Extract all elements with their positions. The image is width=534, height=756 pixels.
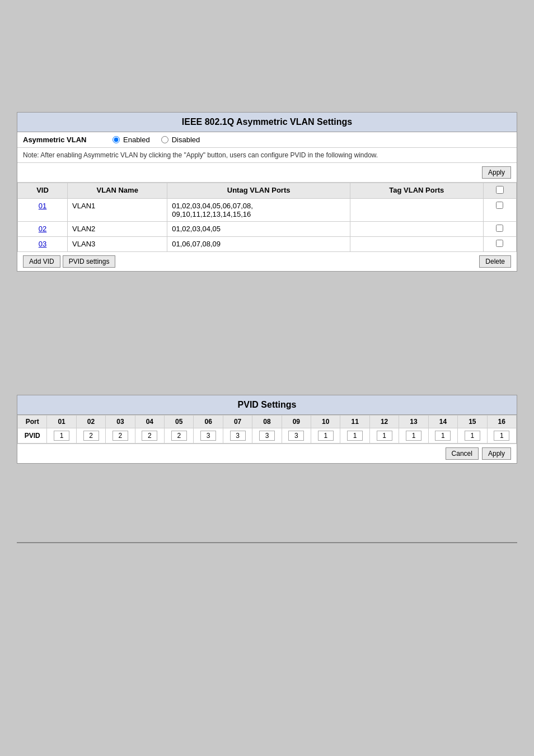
vlan-name-header: VLAN Name bbox=[68, 183, 167, 199]
pvid-values-row: PVID bbox=[18, 428, 517, 444]
pvid-value-cell-15[interactable] bbox=[458, 428, 487, 444]
pvid-input-16[interactable] bbox=[494, 431, 509, 441]
ieee-apply-button[interactable]: Apply bbox=[482, 166, 511, 179]
untag-ports-cell: 01,06,07,08,09 bbox=[167, 237, 350, 252]
vid-cell: 02 bbox=[18, 222, 68, 237]
select-all-checkbox[interactable] bbox=[496, 186, 504, 194]
row-checkbox-cell[interactable] bbox=[483, 222, 516, 237]
vlan-bottom-buttons-row: Add VID PVID settings Delete bbox=[17, 252, 517, 271]
port-header-11: 11 bbox=[340, 416, 369, 428]
pvid-actions-row: Cancel Apply bbox=[17, 444, 517, 463]
port-header-01: 01 bbox=[47, 416, 76, 428]
pvid-value-cell-01[interactable] bbox=[47, 428, 76, 444]
untag-ports-cell: 01,02,03,04,05,06,07,08, 09,10,11,12,13,… bbox=[167, 199, 350, 222]
row-checkbox[interactable] bbox=[496, 240, 503, 247]
pvid-table-container: Port01020304050607080910111213141516 PVI… bbox=[17, 415, 517, 444]
pvid-input-12[interactable] bbox=[377, 431, 392, 441]
select-all-header[interactable] bbox=[483, 183, 516, 199]
vlan-table: VID VLAN Name Untag VLAN Ports Tag VLAN … bbox=[17, 183, 517, 252]
note-text: Note: After enabling Asymmetric VLAN by … bbox=[23, 151, 378, 159]
pvid-input-14[interactable] bbox=[435, 431, 451, 441]
vid-link[interactable]: 03 bbox=[39, 240, 46, 248]
pvid-value-cell-09[interactable] bbox=[282, 428, 311, 444]
disabled-label: Disabled bbox=[172, 136, 200, 144]
port-header-16: 16 bbox=[487, 416, 516, 428]
pvid-input-15[interactable] bbox=[465, 431, 480, 441]
row-checkbox[interactable] bbox=[496, 225, 503, 232]
port-header-15: 15 bbox=[458, 416, 487, 428]
ieee-vlan-panel: IEEE 802.1Q Asymmetric VLAN Settings Asy… bbox=[17, 112, 517, 272]
port-header-02: 02 bbox=[76, 416, 105, 428]
port-header-09: 09 bbox=[282, 416, 311, 428]
pvid-input-03[interactable] bbox=[113, 431, 128, 441]
vid-header: VID bbox=[18, 183, 68, 199]
disabled-radio[interactable] bbox=[161, 136, 168, 143]
port-header-07: 07 bbox=[223, 416, 252, 428]
pvid-cancel-button[interactable]: Cancel bbox=[446, 447, 479, 460]
vlan-right-buttons: Delete bbox=[479, 255, 511, 268]
tag-ports-cell bbox=[350, 222, 483, 237]
pvid-input-04[interactable] bbox=[142, 431, 157, 441]
asymmetric-vlan-label: Asymmetric VLAN bbox=[23, 136, 113, 144]
pvid-input-13[interactable] bbox=[406, 431, 421, 441]
vlan-name-cell: VLAN1 bbox=[68, 199, 167, 222]
untag-ports-cell: 01,02,03,04,05 bbox=[167, 222, 350, 237]
pvid-value-cell-02[interactable] bbox=[76, 428, 105, 444]
enabled-radio-label[interactable]: Enabled bbox=[113, 136, 150, 144]
port-header-13: 13 bbox=[399, 416, 428, 428]
pvid-input-09[interactable] bbox=[288, 431, 304, 441]
pvid-value-cell-04[interactable] bbox=[135, 428, 164, 444]
add-vid-button[interactable]: Add VID bbox=[23, 255, 60, 268]
pvid-value-cell-10[interactable] bbox=[311, 428, 340, 444]
pvid-value-cell-08[interactable] bbox=[252, 428, 282, 444]
pvid-input-02[interactable] bbox=[83, 431, 99, 441]
row-checkbox[interactable] bbox=[496, 202, 503, 209]
pvid-input-11[interactable] bbox=[347, 431, 363, 441]
pvid-panel: PVID Settings Port0102030405060708091011… bbox=[17, 395, 517, 464]
vlan-table-body: 01VLAN101,02,03,04,05,06,07,08, 09,10,11… bbox=[18, 199, 517, 252]
asymmetric-vlan-row: Asymmetric VLAN Enabled Disabled bbox=[17, 132, 517, 148]
vlan-left-buttons: Add VID PVID settings bbox=[23, 255, 115, 268]
port-header-03: 03 bbox=[106, 416, 135, 428]
port-header-10: 10 bbox=[311, 416, 340, 428]
pvid-value-cell-07[interactable] bbox=[223, 428, 252, 444]
table-row: 02VLAN201,02,03,04,05 bbox=[18, 222, 517, 237]
pvid-value-cell-03[interactable] bbox=[106, 428, 135, 444]
pvid-input-10[interactable] bbox=[318, 431, 334, 441]
enabled-label: Enabled bbox=[123, 136, 150, 144]
pvid-value-cell-05[interactable] bbox=[165, 428, 194, 444]
pvid-apply-button[interactable]: Apply bbox=[482, 447, 511, 460]
pvid-input-01[interactable] bbox=[54, 431, 69, 441]
row-checkbox-cell[interactable] bbox=[483, 199, 516, 222]
pvid-settings-button[interactable]: PVID settings bbox=[63, 255, 116, 268]
pvid-value-cell-06[interactable] bbox=[194, 428, 223, 444]
pvid-input-08[interactable] bbox=[259, 431, 275, 441]
pvid-value-cell-11[interactable] bbox=[340, 428, 369, 444]
vid-link[interactable]: 01 bbox=[39, 202, 46, 210]
vid-cell: 03 bbox=[18, 237, 68, 252]
tag-ports-cell bbox=[350, 237, 483, 252]
tag-vlan-ports-header: Tag VLAN Ports bbox=[350, 183, 483, 199]
ieee-panel-title: IEEE 802.1Q Asymmetric VLAN Settings bbox=[17, 113, 517, 132]
table-row: 01VLAN101,02,03,04,05,06,07,08, 09,10,11… bbox=[18, 199, 517, 222]
pvid-value-cell-13[interactable] bbox=[399, 428, 428, 444]
table-row: 03VLAN301,06,07,08,09 bbox=[18, 237, 517, 252]
pvid-value-cell-16[interactable] bbox=[487, 428, 516, 444]
vid-cell: 01 bbox=[18, 199, 68, 222]
pvid-table-body: PVID bbox=[18, 428, 517, 444]
untag-vlan-ports-header: Untag VLAN Ports bbox=[167, 183, 350, 199]
note-row: Note: After enabling Asymmetric VLAN by … bbox=[17, 148, 517, 163]
enabled-radio[interactable] bbox=[113, 136, 120, 143]
pvid-value-cell-12[interactable] bbox=[369, 428, 399, 444]
pvid-value-cell-14[interactable] bbox=[428, 428, 457, 444]
port-header-06: 06 bbox=[194, 416, 223, 428]
delete-button[interactable]: Delete bbox=[479, 255, 511, 268]
disabled-radio-label[interactable]: Disabled bbox=[161, 136, 200, 144]
port-header-05: 05 bbox=[165, 416, 194, 428]
pvid-input-06[interactable] bbox=[200, 431, 216, 441]
pvid-input-07[interactable] bbox=[230, 431, 246, 441]
pvid-header-row: Port01020304050607080910111213141516 bbox=[18, 416, 517, 428]
vid-link[interactable]: 02 bbox=[39, 225, 46, 233]
pvid-input-05[interactable] bbox=[171, 431, 187, 441]
row-checkbox-cell[interactable] bbox=[483, 237, 516, 252]
